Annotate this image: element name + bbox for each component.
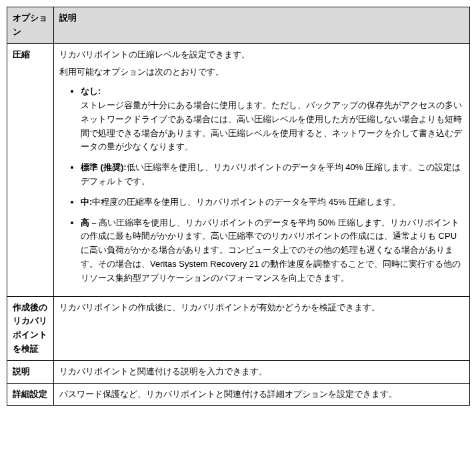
row-verify-title: 作成後のリカバリポイントを検証 xyxy=(7,296,54,360)
option-medium-body: 中程度の圧縮率を使用し、リカバリポイントのデータを平均 45% 圧縮します。 xyxy=(92,197,400,207)
option-none: なし: ストレージ容量が十分にある場合に使用します。ただし、バックアップの保存先… xyxy=(81,85,464,154)
header-option: オプション xyxy=(7,7,54,44)
row-compression-title: 圧縮 xyxy=(7,43,54,296)
header-description: 説明 xyxy=(54,7,470,44)
options-table: オプション 説明 圧縮 リカバリポイントの圧縮レベルを設定できます。 利用可能な… xyxy=(7,7,470,406)
option-standard-body: 低い圧縮率を使用し、リカバリポイントのデータを平均 40% 圧縮します。この設定… xyxy=(81,162,461,186)
row-description-body: リカバリポイントと関連付ける説明を入力できます。 xyxy=(54,360,470,383)
table-header-row: オプション 説明 xyxy=(7,7,470,44)
option-none-body: ストレージ容量が十分にある場合に使用します。ただし、バックアップの保存先がアクセ… xyxy=(81,100,462,151)
row-compression-desc: リカバリポイントの圧縮レベルを設定できます。 利用可能なオプションは次のとおりで… xyxy=(54,43,470,296)
option-high-body: 高い圧縮率を使用し、リカバリポイントのデータを平均 50% 圧縮します。リカバリ… xyxy=(81,217,461,283)
option-standard-label: 標準 (推奨): xyxy=(81,162,127,172)
row-verify: 作成後のリカバリポイントを検証 リカバリポイントの作成後に、リカバリポイントが有… xyxy=(7,296,470,360)
row-advanced-body: パスワード保護など、リカバリポイントと関連付ける詳細オプションを設定できます。 xyxy=(54,383,470,406)
row-advanced: 詳細設定 パスワード保護など、リカバリポイントと関連付ける詳細オプションを設定で… xyxy=(7,383,470,406)
compression-intro2: 利用可能なオプションは次のとおりです。 xyxy=(59,65,464,79)
row-compression: 圧縮 リカバリポイントの圧縮レベルを設定できます。 利用可能なオプションは次のと… xyxy=(7,43,470,296)
option-none-label: なし: xyxy=(81,86,101,96)
option-medium-label: 中: xyxy=(81,197,92,207)
compression-options-list: なし: ストレージ容量が十分にある場合に使用します。ただし、バックアップの保存先… xyxy=(59,85,464,285)
row-description-title: 説明 xyxy=(7,360,54,383)
option-standard: 標準 (推奨):低い圧縮率を使用し、リカバリポイントのデータを平均 40% 圧縮… xyxy=(81,161,464,189)
compression-intro1: リカバリポイントの圧縮レベルを設定できます。 xyxy=(59,48,464,62)
row-advanced-title: 詳細設定 xyxy=(7,383,54,406)
option-medium: 中:中程度の圧縮率を使用し、リカバリポイントのデータを平均 45% 圧縮します。 xyxy=(81,195,464,209)
row-description: 説明 リカバリポイントと関連付ける説明を入力できます。 xyxy=(7,360,470,383)
row-verify-body: リカバリポイントの作成後に、リカバリポイントが有効かどうかを検証できます。 xyxy=(54,296,470,360)
option-high-label: 高 – xyxy=(81,217,99,227)
option-high: 高 – 高い圧縮率を使用し、リカバリポイントのデータを平均 50% 圧縮します。… xyxy=(81,216,464,286)
